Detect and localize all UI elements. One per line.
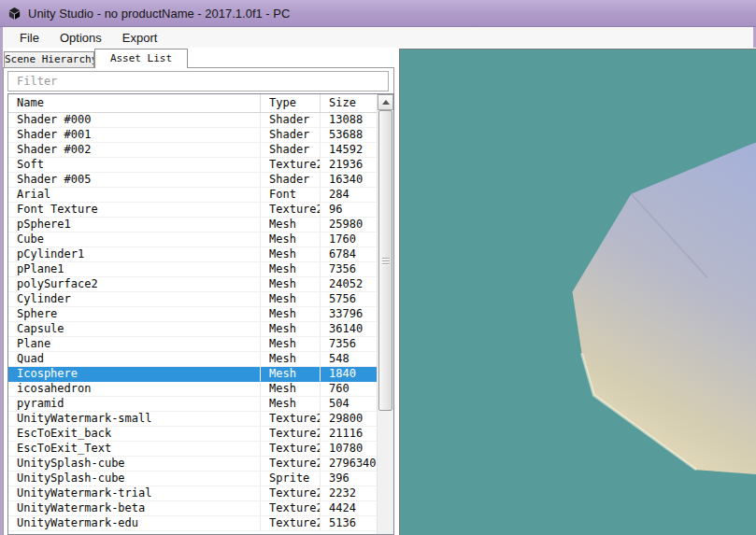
cell-name: Arial <box>8 188 261 203</box>
table-row[interactable]: pCylinder1Mesh6784 <box>8 247 377 262</box>
cell-type: Shader <box>261 128 321 143</box>
tab-asset-list[interactable]: Asset List <box>94 49 188 68</box>
cell-type: Mesh <box>261 277 321 292</box>
cell-size: 5136 <box>321 516 377 531</box>
cell-type: Texture2D <box>261 486 321 501</box>
column-header-size[interactable]: Size <box>321 94 377 113</box>
preview-viewport[interactable] <box>399 49 756 535</box>
cell-name: pPlane1 <box>8 262 261 277</box>
cell-type: Mesh <box>261 218 321 232</box>
table-row[interactable]: SoftTexture2D21936 <box>8 158 377 173</box>
cell-name: icosahedron <box>8 382 261 397</box>
cell-size: 36140 <box>321 322 377 337</box>
cell-name: UnitySplash-cube <box>8 472 261 486</box>
table-row[interactable]: pSphere1Mesh25980 <box>8 218 377 232</box>
menu-file[interactable]: File <box>9 29 50 47</box>
table-row[interactable]: UnitySplash-cubeSprite396 <box>8 472 377 486</box>
icosphere-preview <box>400 49 756 535</box>
cell-size: 29800 <box>321 412 377 427</box>
cell-size: 2232 <box>321 486 377 501</box>
cell-type: Shader <box>261 143 321 158</box>
table-row[interactable]: CubeMesh1760 <box>8 232 377 247</box>
cell-name: UnityWatermark-beta <box>8 501 261 516</box>
table-row[interactable]: CylinderMesh5756 <box>8 292 377 307</box>
icosphere-mesh <box>573 143 756 474</box>
table-row[interactable]: UnityWatermark-smallTexture2D29800 <box>8 412 377 427</box>
cell-type: Shader <box>261 173 321 188</box>
cell-type: Mesh <box>261 322 321 337</box>
table-row[interactable]: SphereMesh33796 <box>8 307 377 322</box>
table-row[interactable]: UnityWatermark-trialTexture2D2232 <box>8 486 377 501</box>
scroll-up-button[interactable] <box>378 94 393 110</box>
cell-name: Shader #005 <box>8 173 261 188</box>
cell-size: 548 <box>321 352 377 367</box>
cell-type: Font <box>261 188 321 203</box>
table-row[interactable]: polySurface2Mesh24052 <box>8 277 377 292</box>
cell-size: 284 <box>321 188 377 203</box>
table-row[interactable]: IcosphereMesh1840 <box>8 367 377 382</box>
cell-type: Texture2D <box>261 442 321 457</box>
cell-size: 760 <box>321 382 377 397</box>
table-row[interactable]: pyramidMesh504 <box>8 397 377 412</box>
cell-name: Plane <box>8 337 261 352</box>
cell-name: UnityWatermark-trial <box>8 486 261 501</box>
cell-type: Texture2D <box>261 427 321 442</box>
cell-size: 25980 <box>321 218 377 232</box>
table-row[interactable]: Shader #002Shader14592 <box>8 143 377 158</box>
table-header: Name Type Size <box>8 94 377 113</box>
table-row[interactable]: UnitySplash-cubeTexture2D2796340 <box>8 457 377 472</box>
table-row[interactable]: Font TextureTexture2D96 <box>8 203 377 218</box>
menu-options[interactable]: Options <box>50 29 112 47</box>
cell-type: Mesh <box>261 382 321 397</box>
cell-name: Capsule <box>8 322 261 337</box>
column-header-type[interactable]: Type <box>261 94 321 113</box>
cell-type: Mesh <box>261 262 321 277</box>
cell-size: 2796340 <box>321 457 377 472</box>
table-row[interactable]: UnityWatermark-eduTexture2D5136 <box>8 516 377 531</box>
table-row[interactable]: QuadMesh548 <box>8 352 377 367</box>
table-row[interactable]: Shader #001Shader53688 <box>8 128 377 143</box>
table-row[interactable]: Shader #000Shader13088 <box>8 113 377 128</box>
cell-size: 396 <box>321 472 377 486</box>
cell-name: EscToExit_Text <box>8 442 261 457</box>
cell-name: pCylinder1 <box>8 247 261 262</box>
cell-name: UnitySplash-cube <box>8 457 261 472</box>
table-row[interactable]: PlaneMesh7356 <box>8 337 377 352</box>
cell-size: 4424 <box>321 501 377 516</box>
table-row[interactable]: pPlane1Mesh7356 <box>8 262 377 277</box>
table-row[interactable]: EscToExit_backTexture2D21116 <box>8 427 377 442</box>
cell-size: 21936 <box>321 158 377 173</box>
cell-name: Quad <box>8 352 261 367</box>
table-row[interactable]: CapsuleMesh36140 <box>8 322 377 337</box>
menu-export[interactable]: Export <box>112 29 168 47</box>
cell-name: UnityWatermark-edu <box>8 516 261 531</box>
tab-scene-hierarchy[interactable]: Scene Hierarchy <box>4 51 94 68</box>
cell-name: Shader #002 <box>8 143 261 158</box>
vertical-scrollbar[interactable] <box>377 94 393 534</box>
table-row[interactable]: UnityWatermark-betaTexture2D4424 <box>8 501 377 516</box>
cell-type: Texture2D <box>261 501 321 516</box>
thumb-grip-icon <box>382 263 390 264</box>
cell-size: 10780 <box>321 442 377 457</box>
cell-size: 504 <box>321 397 377 412</box>
cell-size: 14592 <box>321 143 377 158</box>
cell-type: Texture2D <box>261 203 321 218</box>
cell-size: 24052 <box>321 277 377 292</box>
cell-size: 96 <box>321 203 377 218</box>
scrollbar-thumb[interactable] <box>378 110 392 411</box>
cell-type: Mesh <box>261 397 321 412</box>
title-bar[interactable]: Unity Studio - no productName - 2017.1.0… <box>0 0 756 27</box>
column-header-name[interactable]: Name <box>8 94 261 113</box>
cell-type: Mesh <box>261 352 321 367</box>
table-row[interactable]: icosahedronMesh760 <box>8 382 377 397</box>
cell-size: 33796 <box>321 307 377 322</box>
cell-type: Shader <box>261 113 321 128</box>
table-row[interactable]: EscToExit_TextTexture2D10780 <box>8 442 377 457</box>
cell-type: Mesh <box>261 247 321 262</box>
cell-size: 1840 <box>321 367 377 382</box>
table-row[interactable]: ArialFont284 <box>8 188 377 203</box>
table-row[interactable]: Shader #005Shader16340 <box>8 173 377 188</box>
cell-name: Shader #001 <box>8 128 261 143</box>
client-area: Scene Hierarchy Asset List Name Type Siz… <box>3 48 756 535</box>
filter-input[interactable] <box>7 71 389 92</box>
